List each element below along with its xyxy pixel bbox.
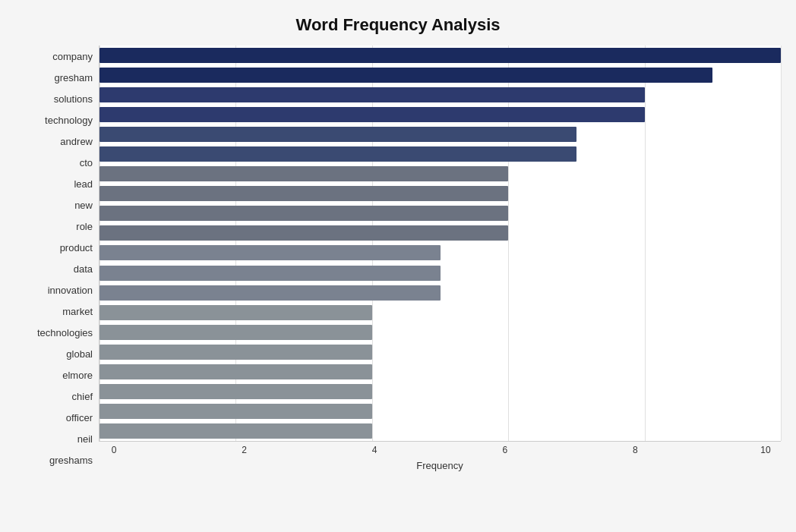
bar: [100, 146, 576, 162]
x-tick-label: 10: [750, 445, 781, 455]
bar: [100, 127, 576, 142]
chart-title: Word Frequency Analysis: [15, 15, 781, 35]
bar-row: [100, 46, 781, 65]
y-label: elmore: [62, 366, 93, 386]
bar: [100, 325, 372, 340]
y-label: product: [60, 238, 93, 257]
bar-row: [100, 283, 781, 303]
chart-container: Word Frequency Analysis companygreshamso…: [0, 0, 796, 532]
y-label: lead: [74, 174, 93, 194]
bar: [100, 266, 441, 281]
bar-row: [100, 65, 781, 85]
bar: [100, 225, 508, 241]
y-label: greshams: [49, 451, 93, 471]
bar: [100, 384, 372, 399]
y-label: new: [74, 195, 93, 215]
bar: [100, 206, 508, 221]
bar-row: [100, 124, 781, 144]
x-tick-label: 0: [99, 445, 129, 455]
y-label: gresham: [54, 68, 93, 87]
y-label: global: [66, 345, 93, 364]
bar-row: [100, 342, 781, 362]
x-tick-label: 8: [620, 445, 650, 455]
y-label: solutions: [54, 89, 93, 109]
chart-area: companygreshamsolutionstechnologyandrewc…: [15, 46, 781, 471]
bar: [100, 48, 781, 63]
y-label: cto: [80, 153, 93, 172]
bar-row: [100, 263, 781, 283]
bar: [100, 364, 372, 379]
x-tick-label: 4: [359, 445, 390, 455]
bar-row: [100, 401, 781, 421]
bar-row: [100, 243, 781, 263]
y-label: technologies: [37, 323, 93, 343]
x-axis-title: Frequency: [99, 460, 781, 471]
bar-row: [100, 184, 781, 203]
y-label: innovation: [48, 281, 93, 301]
y-label: role: [76, 216, 93, 236]
bar-row: [100, 85, 781, 105]
y-label: company: [52, 46, 93, 66]
bar-row: [100, 105, 781, 124]
x-tick-label: 2: [229, 445, 260, 455]
y-label: neil: [77, 430, 93, 449]
y-label: market: [62, 302, 93, 322]
bar: [100, 285, 441, 301]
bar-row: [100, 203, 781, 223]
y-label: technology: [45, 110, 93, 130]
bar-row: [100, 164, 781, 184]
x-axis: 0246810: [99, 442, 781, 455]
bar: [100, 68, 712, 83]
grid-line: [781, 46, 782, 441]
y-label: officer: [66, 408, 93, 428]
y-label: data: [74, 259, 93, 279]
bar: [100, 107, 645, 122]
bar: [100, 345, 372, 360]
y-label: chief: [72, 387, 93, 407]
bars-and-xaxis: 0246810 Frequency: [99, 46, 781, 471]
bar: [100, 186, 508, 201]
bar: [100, 245, 441, 260]
bar: [100, 404, 372, 419]
bar: [100, 423, 372, 439]
bar-row: [100, 223, 781, 243]
x-tick-label: 6: [490, 445, 520, 455]
bar-row: [100, 382, 781, 401]
bar-row: [100, 303, 781, 323]
bar: [100, 87, 645, 102]
bar-row: [100, 323, 781, 342]
bar: [100, 166, 508, 181]
bar: [100, 305, 372, 320]
bar-row: [100, 144, 781, 164]
bar-row: [100, 421, 781, 441]
y-axis: companygreshamsolutionstechnologyandrewc…: [15, 46, 99, 471]
bars-wrapper: [99, 46, 781, 442]
y-label: andrew: [60, 131, 93, 151]
bar-row: [100, 362, 781, 382]
